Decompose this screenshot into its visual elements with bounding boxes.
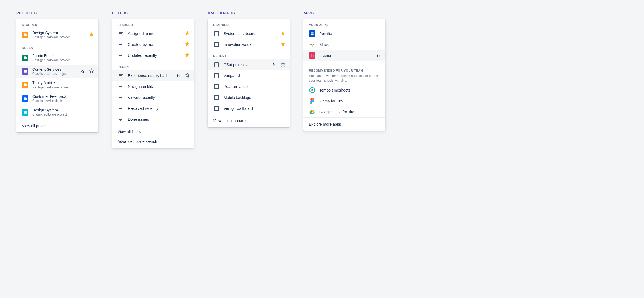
cursor-icon [272, 62, 277, 67]
project-item[interactable]: Content ServicesClassic business project [16, 65, 98, 78]
star-outline-icon[interactable] [185, 73, 190, 79]
project-subtitle: Next-gen software project [32, 35, 85, 40]
dashboard-item[interactable]: CSat projects [208, 59, 290, 70]
filter-item[interactable]: Done issues [112, 114, 194, 125]
svg-rect-61 [312, 42, 312, 44]
star-outline-icon[interactable] [89, 68, 94, 75]
app-icon [309, 87, 315, 93]
apps-column: APPS YOUR APPS PortfilioSlackinInvision … [303, 11, 385, 131]
project-item[interactable]: Design SystemClassic software project [16, 105, 98, 119]
filter-icon [118, 72, 124, 79]
project-item[interactable]: Trinity MobileNext-gen software project [16, 78, 98, 92]
divider [303, 63, 385, 63]
project-subtitle: Classic business project [32, 72, 77, 76]
svg-rect-60 [312, 34, 314, 35]
dashboards-footer: View all dashboards [208, 114, 290, 127]
dashboard-item[interactable]: Innovation week [208, 39, 290, 50]
filters-column: FILTERS STARRED Assigned to meCreated by… [112, 11, 194, 148]
star-icon[interactable] [89, 32, 94, 38]
project-item[interactable]: Design SystemNext-gen software project [16, 28, 98, 42]
app-name: Tempo timesheets [319, 88, 381, 93]
project-icon [22, 82, 28, 88]
star-outline-icon[interactable] [280, 62, 285, 68]
menu-columns: PROJECTS STARRED Design SystemNext-gen s… [16, 11, 628, 148]
filter-item[interactable]: Resolved recently [112, 103, 194, 114]
svg-rect-7 [24, 83, 26, 84]
dashboards-title: DASHBOARDS [208, 11, 290, 15]
apps-title: APPS [303, 11, 385, 15]
star-icon[interactable] [280, 42, 285, 48]
svg-rect-48 [214, 84, 219, 89]
app-icon: in [309, 52, 315, 59]
star-icon[interactable] [280, 31, 285, 37]
dashboard-item[interactable]: Vangaurd [208, 70, 290, 81]
filter-icon [118, 30, 124, 37]
filters-card: STARRED Assigned to meCreated by meUpdat… [112, 19, 194, 148]
svg-point-70 [312, 100, 314, 102]
app-item[interactable]: Portfilio [303, 28, 385, 39]
filter-item[interactable]: Navigation blitz [112, 81, 194, 92]
dashboard-name: Vangaurd [224, 73, 285, 78]
cursor-icon [376, 53, 381, 58]
project-name: Content Services [32, 67, 77, 72]
star-icon[interactable] [185, 42, 190, 48]
footer-link[interactable]: View all projects [16, 121, 98, 131]
projects-starred-list: Design SystemNext-gen software project [16, 28, 98, 42]
svg-point-68 [312, 98, 314, 100]
dashboard-item[interactable]: Mobile backlogs [208, 92, 290, 103]
svg-rect-36 [214, 31, 219, 36]
dashboard-item[interactable]: System dashboard [208, 28, 290, 39]
filters-recent-label: RECENT [112, 61, 194, 70]
filter-icon [118, 41, 124, 48]
dashboard-name: Vertigo wallboard [224, 106, 285, 111]
filter-item[interactable]: Viewed recently [112, 92, 194, 103]
project-icon [22, 109, 28, 116]
filter-item[interactable]: Updated recently [112, 50, 194, 61]
app-name: Figma for Jira [319, 99, 381, 104]
project-subtitle: Classic service desk [32, 99, 94, 103]
app-item[interactable]: Figma for Jira [303, 96, 385, 107]
svg-rect-2 [24, 57, 27, 59]
svg-rect-45 [214, 73, 219, 78]
app-item[interactable]: Tempo timesheets [303, 85, 385, 96]
dashboard-name: Innovation week [224, 42, 277, 47]
svg-rect-58 [312, 32, 314, 33]
star-icon[interactable] [185, 31, 190, 37]
dashboard-item[interactable]: Vertigo wallboard [208, 103, 290, 114]
filter-item[interactable]: Experience quality bash [112, 70, 194, 81]
svg-rect-64 [313, 44, 315, 45]
filter-name: Updated recently [128, 53, 181, 58]
apps-your-label: YOUR APPS [303, 19, 385, 28]
footer-link[interactable]: View all dashboards [208, 116, 290, 126]
dashboard-icon [213, 41, 220, 48]
footer-link[interactable]: View all filters [112, 127, 194, 137]
apps-recommended-block: RECOMMENDED FOR YOUR TEAM Ship faster wi… [303, 64, 385, 85]
star-icon[interactable] [185, 52, 190, 59]
filter-icon [118, 105, 124, 112]
footer-link[interactable]: Advanced issue search [112, 137, 194, 146]
project-item[interactable]: Customer FeedbackClassic service desk [16, 92, 98, 105]
footer-link[interactable]: Explore more apps [303, 119, 385, 129]
svg-rect-42 [214, 63, 219, 67]
project-name: Fabric Editor [32, 53, 94, 58]
filter-item[interactable]: Assigned to me [112, 28, 194, 39]
apps-rec-desc: Ship faster with marketplace apps that i… [309, 74, 380, 83]
project-name: Customer Feedback [32, 94, 94, 99]
cursor-icon [176, 73, 181, 78]
filters-starred-label: STARRED [112, 19, 194, 28]
dashboard-icon [213, 72, 220, 79]
filter-item[interactable]: Created by me [112, 39, 194, 50]
app-item[interactable]: Google Drive for Jira [303, 107, 385, 117]
dashboard-icon [213, 61, 220, 68]
project-name: Design System [32, 30, 85, 35]
app-item[interactable]: Slack [303, 39, 385, 50]
svg-rect-11 [24, 111, 26, 111]
dashboard-item[interactable]: Pearformance [208, 81, 290, 92]
app-item[interactable]: inInvision [303, 50, 385, 61]
dashboards-starred-list: System dashboardInnovation week [208, 28, 290, 50]
project-icon [22, 68, 28, 75]
project-item[interactable]: Fabric EditorNext-gen software project [16, 51, 98, 65]
project-name: Trinity Mobile [32, 80, 94, 85]
svg-rect-1 [24, 33, 26, 34]
svg-point-67 [310, 98, 312, 100]
